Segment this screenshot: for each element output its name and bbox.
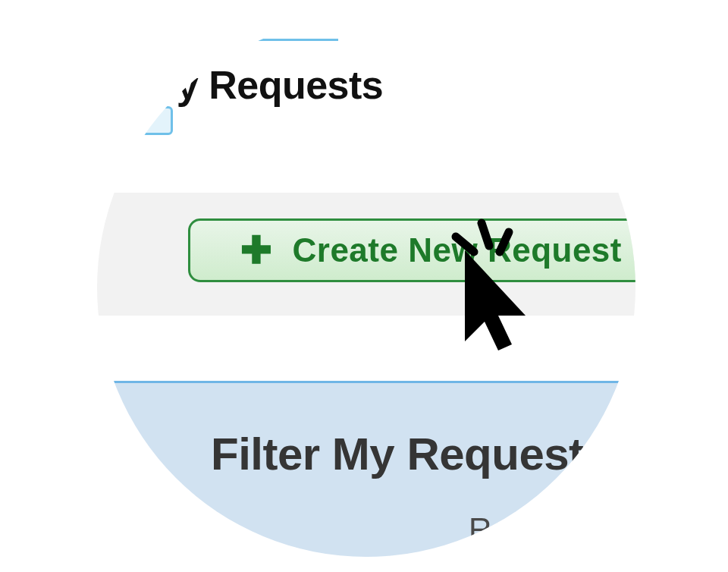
content-area: My Requests ✚ Create New Request Filter … bbox=[97, 18, 635, 557]
create-new-request-button[interactable]: ✚ Create New Request bbox=[188, 218, 635, 282]
svg-line-2 bbox=[500, 232, 509, 252]
svg-line-0 bbox=[456, 237, 474, 252]
magnified-view: My Requests ✚ Create New Request Filter … bbox=[97, 18, 635, 557]
filter-heading-text: Filter My Requests bbox=[211, 429, 608, 479]
svg-line-1 bbox=[482, 223, 489, 246]
filter-heading: Filter My Requests bbox=[211, 428, 608, 480]
plus-icon: ✚ bbox=[240, 231, 273, 269]
cursor-icon bbox=[442, 214, 548, 358]
